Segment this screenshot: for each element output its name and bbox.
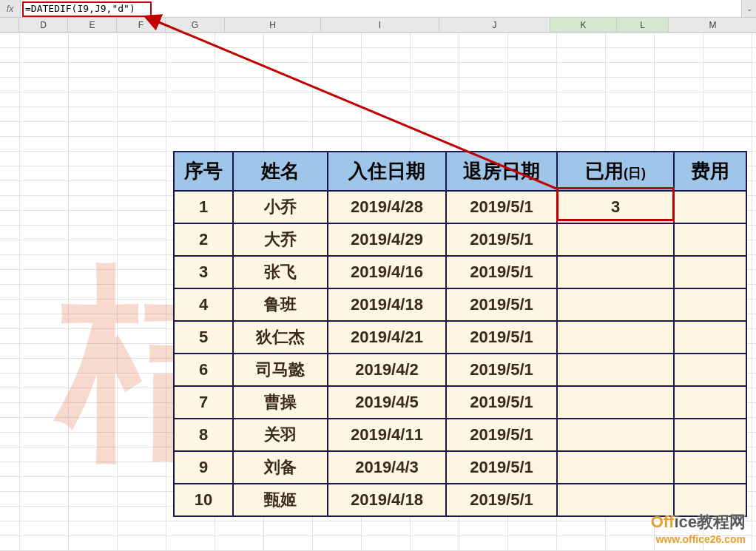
- formula-input[interactable]: [21, 0, 741, 17]
- header-used[interactable]: 已用(日): [557, 152, 674, 191]
- cell-used[interactable]: 3: [557, 191, 674, 223]
- cell-name[interactable]: 甄姬: [233, 484, 328, 516]
- cell-checkout[interactable]: 2019/5/1: [446, 223, 557, 256]
- col-header-J[interactable]: J: [439, 18, 550, 32]
- cell-name[interactable]: 鲁班: [233, 288, 328, 321]
- table-row: 4 鲁班 2019/4/18 2019/5/1: [174, 288, 746, 321]
- table-row: 5 狄仁杰 2019/4/21 2019/5/1: [174, 321, 746, 354]
- table-row: 8 关羽 2019/4/11 2019/5/1: [174, 419, 746, 451]
- cell-fee[interactable]: [674, 451, 746, 484]
- col-header-spacer: [0, 18, 19, 32]
- header-checkin[interactable]: 入住日期: [328, 152, 446, 191]
- cell-checkin[interactable]: 2019/4/29: [328, 223, 446, 256]
- footer-line2: www.office26.com: [651, 533, 746, 545]
- cell-seq[interactable]: 4: [174, 288, 233, 321]
- table-row: 6 司马懿 2019/4/2 2019/5/1: [174, 354, 746, 386]
- cell-name[interactable]: 司马懿: [233, 354, 328, 386]
- footer-line1: Office教程网: [651, 511, 746, 533]
- table-row: 7 曹操 2019/4/5 2019/5/1: [174, 386, 746, 419]
- cell-fee[interactable]: [674, 288, 746, 321]
- cell-fee[interactable]: [674, 191, 746, 223]
- cell-used[interactable]: [557, 256, 674, 288]
- col-header-D[interactable]: D: [19, 18, 68, 32]
- table-body: 1 小乔 2019/4/28 2019/5/1 3 2 大乔 2019/4/29…: [174, 191, 746, 516]
- table-row: 3 张飞 2019/4/16 2019/5/1: [174, 256, 746, 288]
- cell-checkin[interactable]: 2019/4/21: [328, 321, 446, 354]
- cell-name[interactable]: 曹操: [233, 386, 328, 419]
- cell-name[interactable]: 狄仁杰: [233, 321, 328, 354]
- cell-fee[interactable]: [674, 321, 746, 354]
- cell-used[interactable]: [557, 288, 674, 321]
- header-fee[interactable]: 费用: [674, 152, 746, 191]
- table-row: 2 大乔 2019/4/29 2019/5/1: [174, 223, 746, 256]
- table-row: 1 小乔 2019/4/28 2019/5/1 3: [174, 191, 746, 223]
- formula-bar: fx ⌄: [0, 0, 756, 18]
- table-row: 9 刘备 2019/4/3 2019/5/1: [174, 451, 746, 484]
- cell-checkin[interactable]: 2019/4/18: [328, 288, 446, 321]
- cell-name[interactable]: 关羽: [233, 419, 328, 451]
- header-seq[interactable]: 序号: [174, 152, 233, 191]
- cell-fee[interactable]: [674, 223, 746, 256]
- data-table: 序号 姓名 入住日期 退房日期 已用(日) 费用 1 小乔 2019/4/28 …: [173, 151, 747, 517]
- cell-seq[interactable]: 2: [174, 223, 233, 256]
- cell-checkout[interactable]: 2019/5/1: [446, 354, 557, 386]
- col-header-E[interactable]: E: [68, 18, 117, 32]
- cell-checkin[interactable]: 2019/4/3: [328, 451, 446, 484]
- table-header-row: 序号 姓名 入住日期 退房日期 已用(日) 费用: [174, 152, 746, 191]
- cell-name[interactable]: 小乔: [233, 191, 328, 223]
- cell-name[interactable]: 刘备: [233, 451, 328, 484]
- header-name[interactable]: 姓名: [233, 152, 328, 191]
- cell-checkout[interactable]: 2019/5/1: [446, 484, 557, 516]
- formula-expand-button[interactable]: ⌄: [741, 0, 756, 17]
- col-header-H[interactable]: H: [225, 18, 321, 32]
- cell-checkout[interactable]: 2019/5/1: [446, 288, 557, 321]
- cell-seq[interactable]: 10: [174, 484, 233, 516]
- cell-seq[interactable]: 6: [174, 354, 233, 386]
- cell-checkout[interactable]: 2019/5/1: [446, 419, 557, 451]
- cell-checkin[interactable]: 2019/4/2: [328, 354, 446, 386]
- cell-used[interactable]: [557, 354, 674, 386]
- cell-name[interactable]: 张飞: [233, 256, 328, 288]
- cell-checkout[interactable]: 2019/5/1: [446, 451, 557, 484]
- cell-checkout[interactable]: 2019/5/1: [446, 256, 557, 288]
- cell-fee[interactable]: [674, 256, 746, 288]
- cell-seq[interactable]: 7: [174, 386, 233, 419]
- cell-checkin[interactable]: 2019/4/11: [328, 419, 446, 451]
- cell-fee[interactable]: [674, 386, 746, 419]
- cell-used[interactable]: [557, 321, 674, 354]
- col-header-K[interactable]: K: [550, 18, 617, 32]
- cell-seq[interactable]: 3: [174, 256, 233, 288]
- col-header-G[interactable]: G: [166, 18, 225, 32]
- cell-seq[interactable]: 9: [174, 451, 233, 484]
- footer-logo: Office教程网 www.office26.com: [651, 511, 746, 545]
- cell-fee[interactable]: [674, 419, 746, 451]
- fx-label[interactable]: fx: [0, 0, 21, 17]
- cell-used[interactable]: [557, 386, 674, 419]
- cell-checkin[interactable]: 2019/4/28: [328, 191, 446, 223]
- col-header-L[interactable]: L: [617, 18, 669, 32]
- col-header-F[interactable]: F: [117, 18, 166, 32]
- spreadsheet-grid[interactable]: 桔 序号 姓名 入住日期 退房日期 已用(日) 费用 1 小乔 2019/4/2…: [0, 33, 756, 551]
- cell-checkout[interactable]: 2019/5/1: [446, 191, 557, 223]
- cell-fee[interactable]: [674, 354, 746, 386]
- cell-used[interactable]: [557, 419, 674, 451]
- cell-checkout[interactable]: 2019/5/1: [446, 386, 557, 419]
- cell-seq[interactable]: 1: [174, 191, 233, 223]
- cell-used[interactable]: [557, 223, 674, 256]
- cell-seq[interactable]: 5: [174, 321, 233, 354]
- cell-checkin[interactable]: 2019/4/18: [328, 484, 446, 516]
- cell-name[interactable]: 大乔: [233, 223, 328, 256]
- col-header-M[interactable]: M: [669, 18, 756, 32]
- cell-used[interactable]: [557, 451, 674, 484]
- column-headers: D E F G H I J K L M: [0, 18, 756, 33]
- col-header-I[interactable]: I: [321, 18, 439, 32]
- header-checkout[interactable]: 退房日期: [446, 152, 557, 191]
- cell-checkout[interactable]: 2019/5/1: [446, 321, 557, 354]
- cell-checkin[interactable]: 2019/4/5: [328, 386, 446, 419]
- cell-checkin[interactable]: 2019/4/16: [328, 256, 446, 288]
- cell-seq[interactable]: 8: [174, 419, 233, 451]
